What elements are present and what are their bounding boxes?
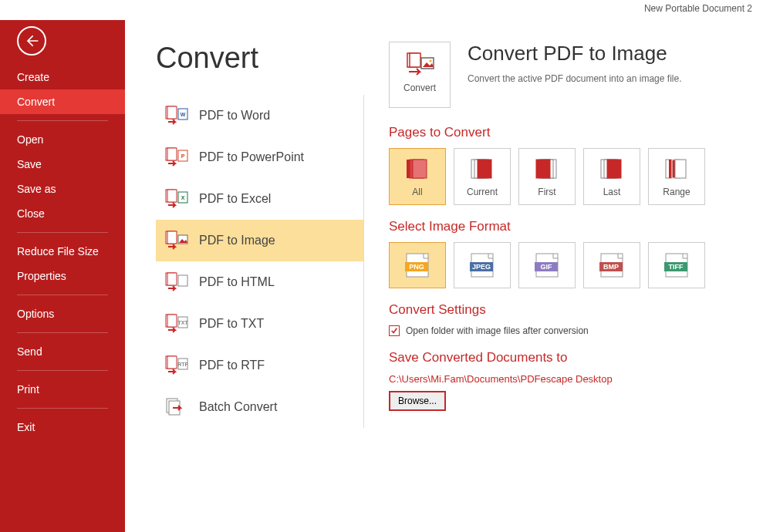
page-option-last[interactable]: Last	[583, 148, 640, 205]
convert-option-label: PDF to PowerPoint	[199, 150, 304, 164]
backstage-sidebar: CreateConvertOpenSaveSave asCloseReduce …	[0, 20, 125, 532]
save-section-title: Save Converted Documents to	[389, 350, 740, 365]
back-button[interactable]	[17, 26, 46, 56]
svg-rect-45	[607, 160, 621, 178]
page-option-icon	[599, 156, 625, 184]
svg-rect-17	[167, 273, 177, 285]
convert-type-list: WPDF to WordPPDF to PowerPointXPDF to Ex…	[156, 95, 364, 428]
sidebar-item-exit[interactable]: Exit	[0, 415, 125, 439]
svg-rect-30	[410, 53, 420, 67]
svg-rect-36	[413, 160, 427, 178]
format-icon: GIF	[532, 251, 562, 279]
convert-option-icon	[165, 231, 188, 251]
open-folder-checkbox-label: Open folder with image files after conve…	[406, 325, 589, 336]
page-option-current[interactable]: Current	[454, 148, 511, 205]
sidebar-item-reduce-file-size[interactable]: Reduce File Size	[0, 239, 125, 264]
sidebar-item-open[interactable]: Open	[0, 127, 125, 152]
sidebar-item-options[interactable]: Options	[0, 301, 125, 326]
convert-option-label: PDF to HTML	[199, 275, 275, 289]
svg-rect-13	[167, 231, 177, 244]
convert-option-label: PDF to Excel	[199, 192, 271, 206]
convert-action-button[interactable]: Convert	[389, 42, 451, 108]
convert-option-label: PDF to Image	[199, 234, 275, 247]
convert-hero-desc: Convert the active PDF document into an …	[468, 73, 681, 84]
format-icon: PNG	[402, 251, 433, 279]
convert-option-label: PDF to Word	[199, 109, 270, 123]
page-option-first[interactable]: First	[518, 148, 576, 205]
sidebar-item-properties[interactable]: Properties	[0, 264, 125, 288]
format-option-jpeg[interactable]: JPEG	[454, 242, 511, 288]
svg-text:P: P	[181, 153, 185, 159]
convert-option-batch-convert[interactable]: Batch Convert	[156, 386, 363, 428]
convert-option-label: PDF to TXT	[199, 317, 264, 331]
svg-text:X: X	[181, 195, 185, 200]
convert-option-icon: X	[165, 189, 188, 209]
convert-option-pdf-to-powerpoint[interactable]: PPDF to PowerPoint	[156, 136, 363, 178]
page-option-icon	[469, 156, 495, 184]
svg-rect-18	[178, 275, 187, 286]
convert-option-pdf-to-html[interactable]: PDF to HTML	[156, 261, 363, 303]
convert-option-icon	[165, 272, 188, 292]
sidebar-separator	[17, 120, 108, 121]
convert-to-image-icon	[390, 49, 450, 82]
svg-text:TIFF: TIFF	[669, 263, 684, 271]
page-title: Convert	[156, 42, 364, 75]
svg-rect-49	[675, 160, 686, 178]
sidebar-item-convert[interactable]: Convert	[0, 89, 125, 114]
page-option-label: All	[412, 187, 422, 197]
svg-rect-20	[167, 315, 177, 327]
svg-rect-39	[478, 160, 491, 178]
format-icon: TIFF	[661, 251, 692, 279]
convert-action-label: Convert	[390, 82, 450, 93]
sidebar-separator	[17, 370, 108, 371]
sidebar-item-save-as[interactable]: Save as	[0, 177, 125, 201]
format-option-gif[interactable]: GIF	[518, 242, 576, 288]
convert-option-icon: P	[165, 147, 188, 167]
convert-option-pdf-to-rtf[interactable]: RTFPDF to RTF	[156, 345, 363, 386]
format-options-row: PNGJPEGGIFBMPTIFF	[389, 242, 740, 288]
format-option-bmp[interactable]: BMP	[583, 242, 640, 288]
convert-option-pdf-to-excel[interactable]: XPDF to Excel	[156, 178, 363, 220]
sidebar-item-close[interactable]: Close	[0, 201, 125, 226]
page-option-all[interactable]: All	[389, 148, 446, 205]
window-title: New Portable Document 2	[0, 0, 763, 20]
check-icon	[390, 327, 398, 335]
svg-text:PNG: PNG	[409, 263, 424, 271]
sidebar-separator	[17, 408, 108, 409]
page-option-range[interactable]: Range	[648, 148, 705, 205]
convert-option-icon	[165, 397, 188, 417]
sidebar-item-create[interactable]: Create	[0, 65, 125, 89]
page-option-icon	[534, 156, 560, 184]
convert-option-pdf-to-image[interactable]: PDF to Image	[156, 220, 363, 261]
svg-text:RTF: RTF	[177, 362, 188, 367]
browse-button[interactable]: Browse...	[389, 391, 446, 411]
svg-text:BMP: BMP	[603, 263, 619, 271]
settings-section-title: Convert Settings	[389, 302, 740, 318]
format-icon: JPEG	[467, 251, 498, 279]
convert-option-pdf-to-word[interactable]: WPDF to Word	[156, 95, 363, 136]
convert-option-icon: RTF	[165, 355, 188, 375]
page-options-row: AllCurrentFirstLastRange	[389, 148, 740, 205]
svg-text:W: W	[181, 112, 186, 117]
svg-rect-9	[167, 190, 177, 202]
sidebar-item-print[interactable]: Print	[0, 377, 125, 402]
save-path: C:\Users\Mi.Fam\Documents\PDFescape Desk…	[389, 373, 740, 385]
open-folder-checkbox[interactable]	[389, 325, 400, 336]
convert-option-pdf-to-txt[interactable]: TXTPDF to TXT	[156, 303, 363, 345]
svg-rect-1	[167, 106, 177, 119]
svg-point-33	[430, 60, 432, 62]
svg-rect-42	[536, 160, 550, 178]
convert-option-icon: W	[165, 106, 188, 126]
svg-rect-5	[167, 148, 177, 160]
sidebar-item-send[interactable]: Send	[0, 339, 125, 364]
convert-option-label: Batch Convert	[199, 400, 277, 414]
format-option-tiff[interactable]: TIFF	[648, 242, 705, 288]
page-option-icon	[663, 156, 690, 184]
svg-text:TXT: TXT	[177, 320, 188, 325]
svg-text:JPEG: JPEG	[472, 263, 491, 271]
sidebar-item-save[interactable]: Save	[0, 152, 125, 177]
svg-text:GIF: GIF	[541, 263, 553, 271]
convert-hero-title: Convert PDF to Image	[468, 42, 681, 66]
format-option-png[interactable]: PNG	[389, 242, 446, 288]
arrow-left-icon	[24, 33, 39, 49]
